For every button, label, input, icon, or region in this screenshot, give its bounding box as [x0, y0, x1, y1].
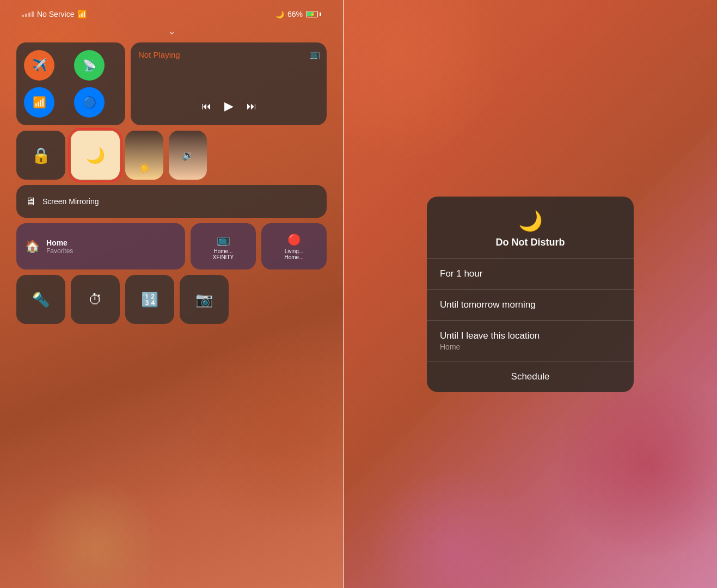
- volume-slider[interactable]: 🔉: [169, 131, 207, 180]
- utils-row: 🔦 ⏱ 🔢 📷: [16, 275, 327, 324]
- dnd-for-hour-item[interactable]: For 1 hour: [427, 259, 634, 290]
- mirroring-row: 🖥 Screen Mirroring: [16, 185, 327, 218]
- dnd-until-location-item[interactable]: Until I leave this location Home: [427, 321, 634, 362]
- dnd-header-moon-icon: 🌙: [518, 210, 543, 232]
- dnd-until-tomorrow-label: Until tomorrow morning: [440, 299, 621, 310]
- top-row: ✈️ 📡 📶 🔵 📺 Not Playing ⏮: [16, 42, 327, 125]
- dnd-until-tomorrow-item[interactable]: Until tomorrow morning: [427, 290, 634, 321]
- dnd-menu-title: Do Not Disturb: [496, 237, 565, 248]
- home-widget[interactable]: 🏠 Home Favorites: [16, 223, 185, 270]
- play-button[interactable]: ▶: [224, 99, 234, 113]
- dnd-menu-card: 🌙 Do Not Disturb For 1 hour Until tomorr…: [427, 197, 634, 392]
- charging-bolt: ⚡: [310, 12, 315, 17]
- airplay-icon[interactable]: 📺: [309, 49, 320, 59]
- brightness-icon: ☀️: [138, 162, 150, 174]
- wifi-ctrl-icon: 📶: [33, 96, 46, 109]
- battery-percent: 66%: [287, 10, 303, 19]
- dnd-until-location-label: Until I leave this location: [440, 330, 621, 341]
- timer-icon: ⏱: [88, 291, 102, 308]
- do-not-disturb-icon: 🌙: [86, 146, 105, 164]
- fast-forward-button[interactable]: ⏭: [247, 101, 256, 112]
- moon-status-icon: 🌙: [275, 10, 284, 19]
- home-app-living[interactable]: 🔴 Living... Home...: [261, 223, 327, 270]
- dnd-header: 🌙 Do Not Disturb: [427, 197, 634, 259]
- dnd-location-sub-label: Home: [440, 342, 621, 351]
- dnd-schedule-item[interactable]: Schedule: [427, 362, 634, 392]
- appletv-label: Home... XFINITY: [213, 248, 234, 260]
- flashlight-button[interactable]: 🔦: [16, 275, 65, 324]
- right-panel: 🌙 Do Not Disturb For 1 hour Until tomorr…: [344, 0, 717, 588]
- dnd-schedule-label: Schedule: [511, 371, 550, 382]
- bluetooth-icon: 🔵: [83, 96, 96, 109]
- home-app-xfinity[interactable]: 📺 Home... XFINITY: [191, 223, 256, 270]
- screen-mirroring-icon: 🖥: [25, 195, 36, 208]
- home-icon: 🏠: [25, 240, 40, 254]
- battery-icon: ⚡: [306, 11, 321, 17]
- status-bar: No Service 📶 🌙 66% ⚡: [16, 0, 327, 25]
- signal-indicator: [22, 11, 34, 17]
- swipe-indicator: ⌄: [16, 25, 327, 42]
- hotspot-button[interactable]: 📡: [74, 50, 105, 81]
- rewind-button[interactable]: ⏮: [201, 101, 211, 112]
- calculator-button[interactable]: 🔢: [125, 275, 174, 324]
- calculator-icon: 🔢: [141, 291, 158, 308]
- do-not-disturb-button[interactable]: 🌙: [71, 131, 120, 180]
- media-widget: 📺 Not Playing ⏮ ▶ ⏭: [131, 42, 327, 125]
- media-controls: ⏮ ▶ ⏭: [138, 95, 319, 118]
- living-icon: 🔴: [287, 233, 301, 246]
- wifi-icon: 📶: [77, 10, 87, 19]
- brightness-slider[interactable]: ☀️: [125, 131, 163, 180]
- control-grid: ✈️ 📡 📶 🔵 📺 Not Playing ⏮: [16, 42, 327, 324]
- swipe-chevron-icon: ⌄: [168, 25, 176, 37]
- dnd-for-hour-label: For 1 hour: [440, 268, 621, 279]
- bluetooth-button[interactable]: 🔵: [74, 87, 105, 118]
- camera-button[interactable]: 📷: [180, 275, 229, 324]
- second-row: 🔒 🌙 ☀️ 🔉: [16, 131, 327, 180]
- screen-mirroring-label: Screen Mirroring: [42, 197, 99, 206]
- media-title: Not Playing: [138, 50, 319, 59]
- volume-icon: 🔉: [182, 149, 194, 161]
- home-sub-label: Favorites: [46, 247, 73, 255]
- hotspot-icon: 📡: [83, 59, 96, 72]
- carrier-label: No Service: [37, 10, 74, 19]
- lock-rotation-icon: 🔒: [32, 146, 51, 164]
- connectivity-widget: ✈️ 📡 📶 🔵: [16, 42, 125, 125]
- airplane-mode-button[interactable]: ✈️: [24, 50, 54, 81]
- status-left: No Service 📶: [22, 10, 87, 19]
- camera-icon: 📷: [195, 291, 213, 308]
- left-panel: No Service 📶 🌙 66% ⚡ ⌄: [0, 0, 343, 588]
- status-right: 🌙 66% ⚡: [275, 10, 321, 19]
- appletv-icon: 📺: [217, 233, 230, 246]
- home-label: Home: [46, 238, 73, 247]
- living-label: Living... Home...: [284, 248, 303, 260]
- lock-rotation-button[interactable]: 🔒: [16, 131, 65, 180]
- wifi-button[interactable]: 📶: [24, 87, 54, 118]
- screen-mirroring-button[interactable]: 🖥 Screen Mirroring: [16, 185, 327, 218]
- flashlight-icon: 🔦: [32, 291, 50, 308]
- timer-button[interactable]: ⏱: [71, 275, 120, 324]
- home-text: Home Favorites: [46, 238, 73, 255]
- home-row: 🏠 Home Favorites 📺 Home... XFINITY 🔴 Liv…: [16, 223, 327, 270]
